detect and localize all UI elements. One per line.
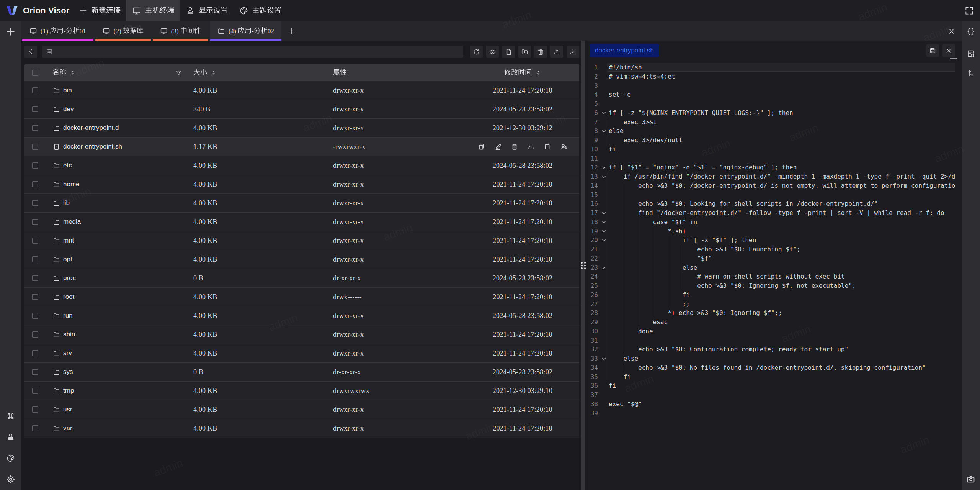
download-action-icon[interactable] xyxy=(527,143,535,151)
file-row-tmp[interactable]: tmp4.00 KBdrwxrwxrwx2021-12-30 03:29:10 xyxy=(24,382,579,400)
saved-scripts-button[interactable] xyxy=(963,46,978,61)
row-checkbox[interactable] xyxy=(32,388,38,394)
row-checkbox[interactable] xyxy=(32,162,38,169)
settings-button[interactable] xyxy=(3,472,18,487)
edit-action-icon[interactable] xyxy=(494,143,502,151)
file-row-media[interactable]: media4.00 KBdrwxr-xr-x2021-11-24 17:20:1… xyxy=(24,213,579,231)
sort-carets-icon[interactable] xyxy=(70,70,76,76)
upload-button[interactable] xyxy=(550,46,563,58)
terminal-tab-2[interactable]: (2) xyxy=(95,21,151,41)
row-checkbox[interactable] xyxy=(32,331,38,338)
row-checkbox[interactable] xyxy=(32,125,38,131)
commands-button[interactable] xyxy=(3,408,18,424)
terminal-tab-3[interactable]: (3) xyxy=(153,21,208,41)
row-checkbox[interactable] xyxy=(32,256,38,262)
panel-splitter[interactable] xyxy=(581,41,585,490)
refresh-button[interactable] xyxy=(470,46,483,58)
fold-chevron-icon[interactable] xyxy=(600,108,607,118)
file-row-usr[interactable]: usr4.00 KBdrwxr-xr-x2021-11-24 17:20:10 xyxy=(24,400,579,419)
permissions-action-icon[interactable] xyxy=(560,143,568,151)
download-button[interactable] xyxy=(567,46,579,58)
row-checkbox[interactable] xyxy=(32,87,38,93)
file-row-etc[interactable]: etc4.00 KBdrwxr-xr-x2024-05-28 23:58:02 xyxy=(24,156,579,175)
fold-chevron-icon[interactable] xyxy=(600,163,607,172)
row-checkbox[interactable] xyxy=(32,200,38,206)
file-row-opt[interactable]: opt4.00 KBdrwxr-xr-x2021-11-24 17:20:10 xyxy=(24,250,579,269)
file-row-docker-entrypoint.d[interactable]: docker-entrypoint.d4.00 KBdrwxr-xr-x2021… xyxy=(24,119,579,138)
terminal-tab-1[interactable]: (1) -01 xyxy=(22,21,93,41)
row-checkbox[interactable] xyxy=(32,219,38,225)
new-file-button[interactable] xyxy=(502,46,515,58)
filter-funnel-icon[interactable] xyxy=(175,70,182,76)
file-row-dev[interactable]: dev340 Bdrwxr-xr-x2024-05-28 23:58:02 xyxy=(24,100,579,119)
top-menu-item-host-terminal[interactable] xyxy=(126,0,180,21)
row-checkbox[interactable] xyxy=(32,181,38,187)
column-header-size[interactable] xyxy=(193,69,333,77)
fullscreen-button[interactable] xyxy=(962,3,977,18)
fold-chevron-icon[interactable] xyxy=(600,227,607,236)
file-row-srv[interactable]: srv4.00 KBdrwxr-xr-x2021-11-24 17:20:10 xyxy=(24,344,579,363)
preview-button[interactable] xyxy=(486,46,499,58)
path-input[interactable] xyxy=(56,49,459,55)
top-menu-item-new-connection[interactable] xyxy=(73,0,126,21)
folder-icon xyxy=(53,293,60,301)
row-checkbox[interactable] xyxy=(32,294,38,300)
back-button[interactable] xyxy=(24,46,37,58)
file-row-root[interactable]: root4.00 KBdrwx------2021-11-24 17:20:10 xyxy=(24,288,579,306)
row-checkbox[interactable] xyxy=(32,313,38,319)
row-checkbox[interactable] xyxy=(32,406,38,413)
top-menu-item-display-settings[interactable] xyxy=(180,0,234,21)
file-row-home[interactable]: home4.00 KBdrwxr-xr-x2021-11-24 17:20:10 xyxy=(24,175,579,194)
fold-chevron-icon[interactable] xyxy=(600,172,607,181)
new-folder-button[interactable] xyxy=(518,46,531,58)
fold-chevron-icon[interactable] xyxy=(600,218,607,227)
file-row-run[interactable]: run4.00 KBdrwxr-xr-x2024-05-28 23:58:02 xyxy=(24,306,579,325)
row-checkbox[interactable] xyxy=(32,275,38,281)
newfolder-icon xyxy=(521,48,528,56)
file-row-proc[interactable]: proc0 Bdr-xr-xr-x2024-05-28 23:58:02 xyxy=(24,269,579,288)
close-tab-button[interactable] xyxy=(941,21,962,41)
open-file-tab[interactable]: docker-entrypoint.sh xyxy=(590,44,659,57)
save-button[interactable] xyxy=(926,44,939,57)
file-row-docker-entrypoint.sh[interactable]: docker-entrypoint.sh1.17 KB-rwxrwxr-x xyxy=(24,138,579,156)
column-header-mtime[interactable] xyxy=(466,69,579,77)
screenshot-button[interactable] xyxy=(963,472,978,487)
column-header-name[interactable] xyxy=(46,69,193,77)
file-row-bin[interactable]: bin4.00 KBdrwxr-xr-x2021-11-24 17:20:10 xyxy=(24,81,579,100)
code-editor[interactable]: 1#!/bin/sh2# vim:sw=4:ts=4:et34set -e56i… xyxy=(586,61,962,490)
fold-chevron-icon[interactable] xyxy=(600,354,607,363)
file-row-sys[interactable]: sys0 Bdr-xr-xr-x2024-05-28 23:58:02 xyxy=(24,363,579,382)
display-settings-button[interactable] xyxy=(3,429,18,445)
move-action-icon[interactable] xyxy=(544,143,551,151)
file-row-mnt[interactable]: mnt4.00 KBdrwxr-xr-x2021-11-24 17:20:10 xyxy=(24,231,579,250)
variables-button[interactable] xyxy=(963,24,978,39)
line-number: 11 xyxy=(586,154,598,163)
fold-chevron-icon[interactable] xyxy=(600,126,607,136)
select-all-checkbox[interactable] xyxy=(32,70,38,76)
row-checkbox[interactable] xyxy=(32,350,38,356)
transfer-list-button[interactable] xyxy=(963,66,978,81)
delete-button[interactable] xyxy=(534,46,547,58)
fold-chevron-icon[interactable] xyxy=(600,208,607,218)
new-tab-button[interactable] xyxy=(283,21,300,41)
close-editor-button[interactable] xyxy=(942,44,955,57)
new-connection-rail-button[interactable] xyxy=(3,24,18,39)
fold-chevron-icon[interactable] xyxy=(600,236,607,245)
copy-action-icon[interactable] xyxy=(478,143,485,151)
top-menu-item-theme-settings[interactable] xyxy=(234,0,287,21)
brand[interactable]: Orion Visor xyxy=(0,4,73,18)
file-row-lib[interactable]: lib4.00 KBdrwxr-xr-x2021-11-24 17:20:10 xyxy=(24,194,579,213)
file-row-sbin[interactable]: sbin4.00 KBdrwxr-xr-x2021-11-24 17:20:10 xyxy=(24,325,579,344)
sort-carets-icon[interactable] xyxy=(211,70,217,76)
row-checkbox[interactable] xyxy=(32,425,38,431)
terminal-tab-4[interactable]: (4) -02 xyxy=(210,21,281,41)
file-row-var[interactable]: var4.00 KBdrwxr-xr-x2021-11-24 17:20:10 xyxy=(24,419,579,438)
row-checkbox[interactable] xyxy=(32,144,38,150)
sort-carets-icon[interactable] xyxy=(535,70,541,76)
row-checkbox[interactable] xyxy=(32,369,38,375)
theme-settings-button[interactable] xyxy=(3,451,18,466)
fold-chevron-icon[interactable] xyxy=(600,263,607,272)
row-checkbox[interactable] xyxy=(32,238,38,244)
delete-action-icon[interactable] xyxy=(511,143,518,151)
row-checkbox[interactable] xyxy=(32,106,38,112)
